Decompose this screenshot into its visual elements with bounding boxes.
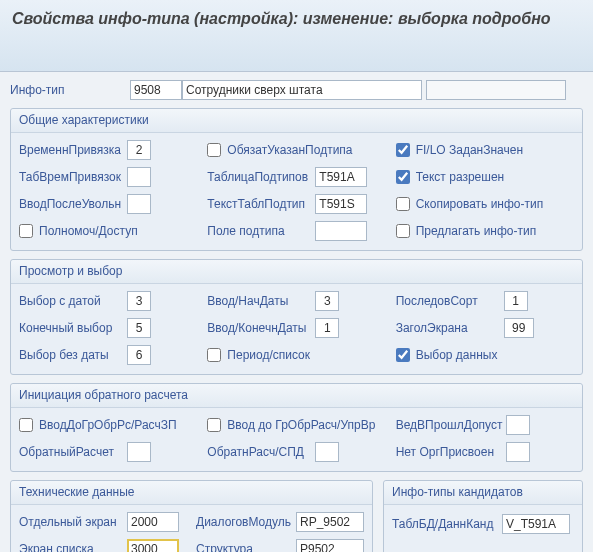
- sel-date-input[interactable]: [127, 291, 151, 311]
- subtype-text-table-label: ТекстТаблПодтип: [207, 197, 315, 211]
- list-screen-input[interactable]: [127, 539, 179, 552]
- screen-title-label: ЗаголЭкрана: [396, 321, 504, 335]
- group-tech: Технические данные Отдельный экран Диало…: [10, 480, 373, 552]
- group-cand: Инфо-типы кандидатов ТаблБД/ДаннКанд: [383, 480, 583, 552]
- group-retro-body: ВводДоГрОбрРс/РасчЗП Ввод до ГрОбрРасч/У…: [11, 408, 582, 471]
- infotype-code-input[interactable]: [130, 80, 182, 100]
- end-sel-label: Конечный выбор: [19, 321, 127, 335]
- end-date-input[interactable]: [315, 318, 339, 338]
- no-date-label: Выбор без даты: [19, 348, 127, 362]
- end-date-label: Ввод/КонечнДаты: [207, 321, 315, 335]
- struct-input[interactable]: [296, 539, 364, 552]
- no-date-input[interactable]: [127, 345, 151, 365]
- period-list-box[interactable]: [207, 348, 221, 362]
- gr-obr2-text: Ввод до ГрОбрРасч/УпрВр: [227, 418, 375, 432]
- group-retro-title: Инициация обратного расчета: [11, 384, 582, 408]
- infotype-row: Инфо-тип: [10, 80, 583, 100]
- retro2-label: ОбратнРасч/СПД: [207, 445, 315, 459]
- group-retro: Инициация обратного расчета ВводДоГрОбрР…: [10, 383, 583, 472]
- data-select-text: Выбор данных: [416, 348, 498, 362]
- period-list-checkbox[interactable]: Период/список: [207, 348, 310, 362]
- single-screen-input[interactable]: [127, 512, 179, 532]
- group-view: Просмотр и выбор Выбор с датой Ввод/НачД…: [10, 259, 583, 375]
- required-subtype-checkbox[interactable]: ОбязатУказанПодтипа: [207, 143, 352, 157]
- dialog-input[interactable]: [296, 512, 364, 532]
- sort-input[interactable]: [504, 291, 528, 311]
- sort-label: ПоследовСорт: [396, 294, 504, 308]
- window-title: Свойства инфо-типа (настройка): изменени…: [0, 0, 593, 72]
- subtype-text-table-input[interactable]: [315, 194, 367, 214]
- gr-obr-text: ВводДоГрОбрРс/РасчЗП: [39, 418, 177, 432]
- copy-infotype-box[interactable]: [396, 197, 410, 211]
- tab-time-input[interactable]: [127, 167, 151, 187]
- suggest-infotype-text: Предлагать инфо-тип: [416, 224, 537, 238]
- group-view-body: Выбор с датой Ввод/НачДаты ПоследовСорт …: [11, 284, 582, 374]
- subtype-field-label: Поле подтипа: [207, 224, 315, 238]
- suggest-infotype-checkbox[interactable]: Предлагать инфо-тип: [396, 224, 537, 238]
- infotype-name-input[interactable]: [182, 80, 422, 100]
- data-select-box[interactable]: [396, 348, 410, 362]
- group-general-body: ВременнПривязка ОбязатУказанПодтипа FI/L…: [11, 133, 582, 250]
- begin-date-input[interactable]: [315, 291, 339, 311]
- time-binding-label: ВременнПривязка: [19, 143, 127, 157]
- group-cand-title: Инфо-типы кандидатов: [384, 481, 582, 505]
- after-dismiss-label: ВводПослеУвольн: [19, 197, 127, 211]
- copy-infotype-text: Скопировать инфо-тип: [416, 197, 544, 211]
- gr-obr-box[interactable]: [19, 418, 33, 432]
- text-allowed-text: Текст разрешен: [416, 170, 505, 184]
- begin-date-label: Ввод/НачДаты: [207, 294, 315, 308]
- no-org-input[interactable]: [506, 442, 530, 462]
- group-general-title: Общие характеристики: [11, 109, 582, 133]
- filo-checkbox[interactable]: FI/LO ЗаданЗначен: [396, 143, 523, 157]
- content: Инфо-тип Общие характеристики ВременнПри…: [0, 72, 593, 552]
- group-tech-body: Отдельный экран ДиалоговМодуль Экран спи…: [11, 505, 372, 552]
- text-allowed-box[interactable]: [396, 170, 410, 184]
- after-dismiss-input[interactable]: [127, 194, 151, 214]
- cand-dbtable-label: ТаблБД/ДаннКанд: [392, 517, 502, 531]
- tab-time-label: ТабВремПривязок: [19, 170, 127, 184]
- period-list-text: Период/список: [227, 348, 310, 362]
- group-view-title: Просмотр и выбор: [11, 260, 582, 284]
- screen-title-input[interactable]: [504, 318, 534, 338]
- single-screen-label: Отдельный экран: [19, 515, 127, 529]
- cand-dbtable-input[interactable]: [502, 514, 570, 534]
- auth-access-checkbox[interactable]: Полномоч/Доступ: [19, 224, 138, 238]
- sel-date-label: Выбор с датой: [19, 294, 127, 308]
- list-screen-label: Экран списка: [19, 542, 127, 552]
- copy-infotype-checkbox[interactable]: Скопировать инфо-тип: [396, 197, 544, 211]
- gr-obr2-box[interactable]: [207, 418, 221, 432]
- group-general: Общие характеристики ВременнПривязка Обя…: [10, 108, 583, 251]
- subtype-table-label: ТаблицаПодтипов: [207, 170, 315, 184]
- group-tech-title: Технические данные: [11, 481, 372, 505]
- infotype-extra-input: [426, 80, 566, 100]
- gr-obr2-cb[interactable]: Ввод до ГрОбрРасч/УпрВр: [207, 418, 375, 432]
- filo-text: FI/LO ЗаданЗначен: [416, 143, 523, 157]
- subtype-table-input[interactable]: [315, 167, 367, 187]
- infotype-label: Инфо-тип: [10, 83, 130, 97]
- suggest-infotype-box[interactable]: [396, 224, 410, 238]
- time-binding-input[interactable]: [127, 140, 151, 160]
- data-select-checkbox[interactable]: Выбор данных: [396, 348, 498, 362]
- required-subtype-text: ОбязатУказанПодтипа: [227, 143, 352, 157]
- end-sel-input[interactable]: [127, 318, 151, 338]
- retro2-input[interactable]: [315, 442, 339, 462]
- past-label: ВедВПрошлДопуст: [396, 418, 506, 432]
- gr-obr-cb[interactable]: ВводДоГрОбрРс/РасчЗП: [19, 418, 177, 432]
- struct-label: Структура: [196, 542, 296, 552]
- group-cand-body: ТаблБД/ДаннКанд: [384, 505, 582, 543]
- required-subtype-box[interactable]: [207, 143, 221, 157]
- auth-access-text: Полномоч/Доступ: [39, 224, 138, 238]
- past-input[interactable]: [506, 415, 530, 435]
- subtype-field-input[interactable]: [315, 221, 367, 241]
- text-allowed-checkbox[interactable]: Текст разрешен: [396, 170, 505, 184]
- retro-input[interactable]: [127, 442, 151, 462]
- retro-label: ОбратныйРасчет: [19, 445, 127, 459]
- no-org-label: Нет ОргПрисвоен: [396, 445, 506, 459]
- filo-box[interactable]: [396, 143, 410, 157]
- bottom-row: Технические данные Отдельный экран Диало…: [10, 480, 583, 552]
- dialog-label: ДиалоговМодуль: [196, 515, 296, 529]
- auth-access-box[interactable]: [19, 224, 33, 238]
